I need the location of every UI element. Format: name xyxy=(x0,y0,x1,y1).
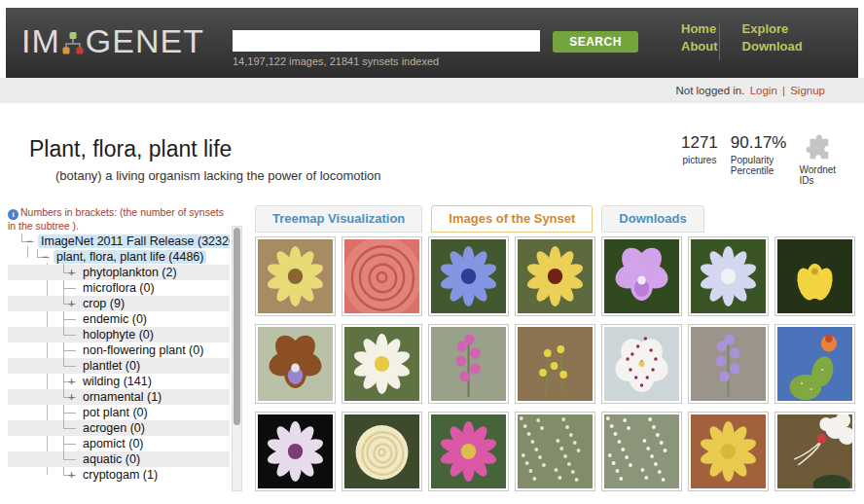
synset-image-cream-rose[interactable] xyxy=(342,412,422,491)
tree-node-label[interactable]: ImageNet 2011 Fall Release (32326) xyxy=(38,234,230,248)
synset-image-yellow-daisy-on-soil[interactable] xyxy=(255,236,336,316)
search-button[interactable]: SEARCH xyxy=(553,31,638,53)
tree-node-wilding[interactable]: +wilding (141) xyxy=(8,374,230,389)
tree-node-label[interactable]: endemic (0) xyxy=(80,312,150,326)
synset-image-small-purple-flowers[interactable] xyxy=(688,324,769,404)
tab-images-of-the-synset[interactable]: Images of the Synset xyxy=(431,205,593,233)
synset-image-prickly-pear-cactus-bloom[interactable] xyxy=(774,324,855,404)
synset-image-maroon-orchid[interactable] xyxy=(255,324,336,404)
nav-divider xyxy=(719,23,720,60)
collapse-toggle-icon[interactable]: − xyxy=(25,234,34,249)
subtree-note-text: Numbers in brackets: (the number of syns… xyxy=(8,206,224,232)
tree-connector-icon xyxy=(63,451,76,460)
synset-image-yellow-tulip[interactable] xyxy=(774,236,855,316)
wordnet-label-1: Wordnet xyxy=(800,164,837,175)
synset-image-yellow-cactus-flower-red-soil[interactable] xyxy=(688,412,769,491)
tree-node-acrogen[interactable]: acrogen (0) xyxy=(8,420,230,436)
synset-image-small-yellow-flowers-on-soil[interactable] xyxy=(515,324,595,404)
tree-node-plant-flora-plant-life[interactable]: −plant, flora, plant life (4486) xyxy=(8,249,230,265)
nav-home[interactable]: Home xyxy=(681,21,718,36)
login-separator: | xyxy=(782,85,785,96)
tree-node-aquatic[interactable]: aquatic (0) xyxy=(8,451,230,467)
expand-toggle-icon[interactable]: + xyxy=(67,374,76,389)
tree-scrollbar-track[interactable] xyxy=(232,226,242,491)
expand-toggle-icon[interactable]: + xyxy=(67,389,76,405)
synset-image-white-flower-in-grass[interactable] xyxy=(342,324,422,404)
tree-node-apomict[interactable]: apomict (0) xyxy=(8,436,230,451)
imagenet-logo[interactable]: IM GENET xyxy=(21,22,204,60)
login-link[interactable]: Login xyxy=(750,85,777,96)
synset-image-spotted-white-orchid[interactable] xyxy=(601,324,682,404)
synset-image-pink-gladiolus-spike[interactable] xyxy=(428,324,509,404)
tab-treemap-visualization[interactable]: Treemap Visualization xyxy=(255,205,422,233)
tree-connector-icon xyxy=(63,280,76,289)
tree-node-label[interactable]: crop (9) xyxy=(80,297,127,310)
synset-stats: 1271 pictures 90.17% Popularity Percenti… xyxy=(681,133,836,186)
synset-image-meadow-tiny-flowers[interactable] xyxy=(515,412,595,491)
synset-image-pink-wild-rose[interactable] xyxy=(428,412,509,491)
tree-node-plantlet[interactable]: plantlet (0) xyxy=(8,358,230,374)
tree-node-label[interactable]: plant, flora, plant life (4486) xyxy=(54,250,206,264)
tree-node-label[interactable]: microflora (0) xyxy=(80,281,158,295)
wordnet-ids-link[interactable]: Wordnet IDs xyxy=(800,133,837,186)
tree-node-label[interactable]: phytoplankton (2) xyxy=(80,266,180,279)
subtree-note: iNumbers in brackets: (the number of syn… xyxy=(8,206,228,232)
tree-node-endemic[interactable]: endemic (0) xyxy=(8,311,230,327)
synset-title: Plant, flora, plant life xyxy=(29,136,232,162)
imagenet-synset-page: IM GENET 14,197,122 images, 21841 synset… xyxy=(0,0,864,504)
tree-node-crop[interactable]: +crop (9) xyxy=(8,296,230,311)
synset-image-white-mallow-on-black[interactable] xyxy=(255,412,336,491)
tree-node-non-flowering-plant[interactable]: non-flowering plant (0) xyxy=(8,342,230,358)
tree-node-phytoplankton[interactable]: +phytoplankton (2) xyxy=(8,265,230,280)
tree-node-label[interactable]: pot plant (0) xyxy=(80,406,151,419)
tree-connector-icon xyxy=(63,420,76,429)
expand-toggle-icon[interactable]: + xyxy=(67,265,76,280)
nav-download[interactable]: Download xyxy=(742,39,803,54)
synset-image-red-rose-closeup[interactable] xyxy=(342,236,422,316)
tree-node-label[interactable]: apomict (0) xyxy=(80,437,147,450)
synset-definition: (botany) a living organism lacking the p… xyxy=(55,168,381,183)
info-icon: i xyxy=(8,209,18,220)
tree-connector-icon xyxy=(63,327,76,336)
tree-node-pot-plant[interactable]: pot plant (0) xyxy=(8,405,230,420)
signup-link[interactable]: Signup xyxy=(790,85,825,96)
tree-node-label[interactable]: ornamental (1) xyxy=(80,390,164,404)
search-input[interactable] xyxy=(233,30,540,52)
pictures-label: pictures xyxy=(681,155,718,165)
tree-scrollbar-thumb[interactable] xyxy=(234,228,240,425)
logo-text-genet: GENET xyxy=(86,22,204,60)
expand-toggle-icon[interactable]: + xyxy=(67,467,76,483)
tree-connector-icon xyxy=(63,342,76,351)
nav-explore[interactable]: Explore xyxy=(742,21,803,36)
synset-image-blue-cornflower[interactable] xyxy=(428,236,509,316)
tree-node-label[interactable]: holophyte (0) xyxy=(80,328,157,342)
popularity-stat: 90.17% Popularity Percentile xyxy=(731,133,787,176)
synset-image-purple-orchid[interactable] xyxy=(601,236,682,316)
tree-node-label[interactable]: wilding (141) xyxy=(80,375,155,388)
expand-toggle-icon[interactable]: + xyxy=(67,296,76,311)
tree-node-label[interactable]: cryptogam (1) xyxy=(80,468,161,482)
popularity-value: 90.17% xyxy=(731,133,787,153)
tab-downloads[interactable]: Downloads xyxy=(601,205,703,233)
tree-node-microflora[interactable]: microflora (0) xyxy=(8,280,230,296)
tree-node-ornamental[interactable]: +ornamental (1) xyxy=(8,389,230,405)
tree-node-label[interactable]: non-flowering plant (0) xyxy=(80,343,206,357)
login-bar: Not logged in. Login | Signup xyxy=(0,78,864,103)
nav-about[interactable]: About xyxy=(681,39,718,54)
tree-node-label[interactable]: aquatic (0) xyxy=(80,452,143,466)
header-bar: IM GENET 14,197,122 images, 21841 synset… xyxy=(6,8,858,78)
tree-connector-icon xyxy=(63,311,76,320)
index-caption: 14,197,122 images, 21841 synsets indexed xyxy=(233,55,439,67)
tree-node-holophyte[interactable]: holophyte (0) xyxy=(8,327,230,342)
synset-image-yellow-flower-dark-center[interactable] xyxy=(515,236,595,316)
tree-node-cryptogam[interactable]: +cryptogam (1) xyxy=(8,467,230,483)
tree-node-imagenet-2011-fall-release[interactable]: −ImageNet 2011 Fall Release (32326) xyxy=(8,234,230,249)
pictures-count: 1271 xyxy=(681,133,718,153)
synset-image-white-meadow-flowers[interactable] xyxy=(601,412,682,491)
tree-node-label[interactable]: plantlet (0) xyxy=(80,359,143,373)
synset-image-white-flower-red-stamens[interactable] xyxy=(774,412,855,491)
synset-image-pale-periwinkle[interactable] xyxy=(688,236,769,316)
wordnet-label-2: IDs xyxy=(800,175,814,186)
collapse-toggle-icon[interactable]: − xyxy=(41,249,50,265)
tree-node-label[interactable]: acrogen (0) xyxy=(80,421,148,435)
